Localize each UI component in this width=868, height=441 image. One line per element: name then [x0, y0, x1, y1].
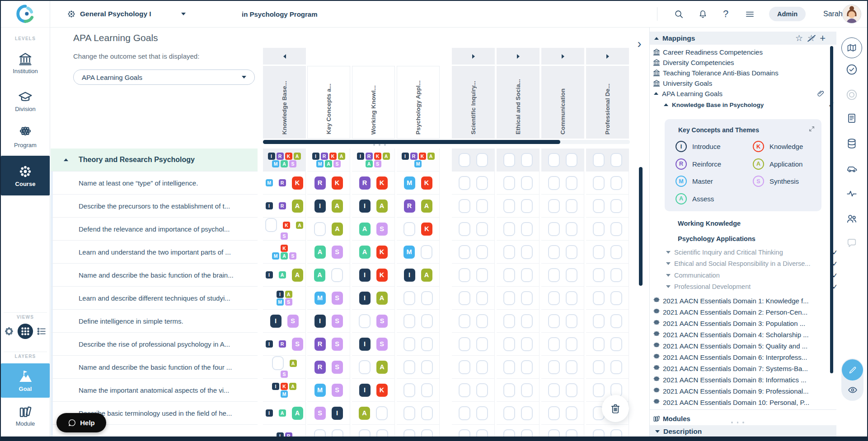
badge-A[interactable]: A: [296, 222, 303, 229]
badge-A[interactable]: A: [376, 361, 388, 374]
badge-S[interactable]: S: [332, 338, 343, 351]
panel-collapse-chevron[interactable]: ›: [633, 37, 645, 51]
mapping-cell[interactable]: [452, 425, 495, 437]
mapping-set-item[interactable]: Knowledge Base in Psychology✓: [662, 100, 843, 110]
mapping-cell[interactable]: [497, 149, 540, 172]
badge-R[interactable]: R: [314, 338, 326, 351]
mapping-cell[interactable]: [452, 379, 495, 402]
empty-mapping-slot[interactable]: [459, 337, 470, 351]
empty-mapping-slot[interactable]: [503, 360, 515, 374]
empty-mapping-slot[interactable]: [503, 176, 515, 190]
mapping-cell[interactable]: [497, 333, 540, 356]
mapping-cell[interactable]: [397, 333, 440, 356]
badge-M[interactable]: M: [281, 390, 288, 398]
badge-I[interactable]: I: [359, 384, 371, 397]
column-header[interactable]: Scientific Inquiry...: [452, 66, 495, 137]
layer-item-goal[interactable]: Goal: [1, 363, 50, 398]
badge-I[interactable]: I: [266, 340, 273, 348]
badge-R[interactable]: R: [366, 153, 373, 160]
mapping-cell[interactable]: A: [352, 356, 395, 379]
mapping-set-item[interactable]: University Goals: [652, 78, 833, 88]
mapping-cell[interactable]: RK: [352, 172, 395, 195]
empty-mapping-slot[interactable]: [421, 360, 433, 374]
empty-mapping-slot[interactable]: [421, 291, 433, 305]
empty-mapping-slot[interactable]: [503, 153, 515, 167]
badge-S[interactable]: S: [332, 292, 343, 305]
mapping-cell[interactable]: RK: [307, 172, 350, 195]
mapping-cell[interactable]: [586, 287, 629, 310]
mapping-cell[interactable]: [452, 241, 495, 264]
list-view-icon[interactable]: [36, 326, 47, 337]
mapping-cell[interactable]: SI: [307, 402, 350, 425]
mapping-cell[interactable]: [541, 287, 584, 310]
empty-mapping-slot[interactable]: [476, 360, 488, 374]
mapping-cell[interactable]: [452, 333, 495, 356]
empty-mapping-slot[interactable]: [359, 314, 371, 328]
empty-mapping-slot[interactable]: [566, 406, 577, 420]
badge-A2[interactable]: A: [279, 409, 286, 417]
empty-mapping-slot[interactable]: [459, 245, 470, 259]
mapping-cell[interactable]: [586, 172, 629, 195]
mapping-cell[interactable]: KMAS: [263, 241, 306, 264]
hamburger-menu-icon[interactable]: [745, 9, 755, 19]
empty-mapping-slot[interactable]: [566, 383, 577, 397]
badge-K[interactable]: K: [421, 176, 432, 190]
bell-icon[interactable]: [698, 9, 708, 19]
mapping-cell[interactable]: [497, 402, 540, 425]
mapping-cell[interactable]: IAA: [263, 402, 306, 425]
mapping-cell[interactable]: MRK: [263, 172, 306, 195]
empty-mapping-slot[interactable]: [566, 360, 577, 374]
sidebar-item-institution[interactable]: Institution: [1, 44, 50, 81]
column-header[interactable]: Communication: [541, 66, 584, 137]
empty-mapping-slot[interactable]: [610, 153, 622, 167]
mapping-cell[interactable]: IRKAAS: [352, 149, 395, 172]
mapping-cell[interactable]: [452, 149, 495, 172]
mapping-cell[interactable]: IK: [352, 379, 395, 402]
badge-A2[interactable]: A: [292, 407, 303, 420]
empty-mapping-slot[interactable]: [566, 153, 577, 167]
outcome-row[interactable]: Name and describe the basic function of …: [51, 264, 258, 287]
outcome-row[interactable]: Name the important anatomical aspects of…: [51, 379, 258, 402]
badge-I[interactable]: I: [404, 269, 415, 282]
empty-mapping-slot[interactable]: [476, 337, 488, 351]
empty-mapping-slot[interactable]: [566, 245, 577, 259]
mapping-domain-item[interactable]: 2021 AACN Essentials Domain 4: Scholarsh…: [652, 330, 833, 339]
mapping-set-item[interactable]: Career Readiness Competencies: [652, 47, 833, 57]
empty-mapping-slot[interactable]: [459, 199, 470, 213]
outcome-set-dropdown[interactable]: APA Learning Goals: [73, 70, 255, 85]
course-selector[interactable]: General Psychology I: [66, 1, 186, 27]
badge-I[interactable]: I: [357, 153, 364, 160]
empty-mapping-slot[interactable]: [610, 314, 622, 328]
empty-mapping-slot[interactable]: [548, 291, 560, 305]
empty-mapping-slot[interactable]: [459, 360, 470, 374]
empty-mapping-slot[interactable]: [459, 406, 470, 420]
empty-mapping-slot[interactable]: [593, 291, 605, 305]
badge-I[interactable]: I: [359, 269, 371, 282]
badge-I[interactable]: I: [359, 292, 371, 305]
mapping-cell[interactable]: [586, 218, 629, 241]
mapping-cell[interactable]: KAS: [263, 218, 306, 241]
mapping-cell[interactable]: [586, 195, 629, 218]
badge-I[interactable]: I: [359, 200, 371, 213]
badge-S[interactable]: S: [376, 223, 388, 236]
badge-A[interactable]: A: [285, 291, 292, 298]
badge-I[interactable]: I: [312, 153, 319, 160]
badge-I[interactable]: I: [270, 315, 282, 328]
badge-S[interactable]: S: [281, 232, 288, 240]
empty-mapping-slot[interactable]: [503, 291, 515, 305]
badge-A[interactable]: A: [427, 153, 435, 160]
mapping-cell[interactable]: IA: [307, 195, 350, 218]
empty-mapping-slot[interactable]: [548, 314, 560, 328]
empty-mapping-slot[interactable]: [566, 176, 577, 190]
check-circle-icon[interactable]: [846, 64, 858, 75]
mapping-cell[interactable]: [352, 425, 395, 437]
mapping-domain-item[interactable]: 2021 AACN Essentials Domain 6: Interprof…: [652, 352, 833, 362]
empty-mapping-slot[interactable]: [272, 356, 284, 370]
empty-mapping-slot[interactable]: [476, 153, 488, 167]
sidebar-item-division[interactable]: Division: [1, 84, 50, 117]
mapping-cell[interactable]: IRKAMAS: [307, 149, 350, 172]
mapping-set-item[interactable]: Diversity Competencies: [652, 57, 833, 67]
empty-mapping-slot[interactable]: [521, 199, 533, 213]
mapping-cell[interactable]: IA: [352, 195, 395, 218]
car-icon[interactable]: [846, 162, 858, 175]
